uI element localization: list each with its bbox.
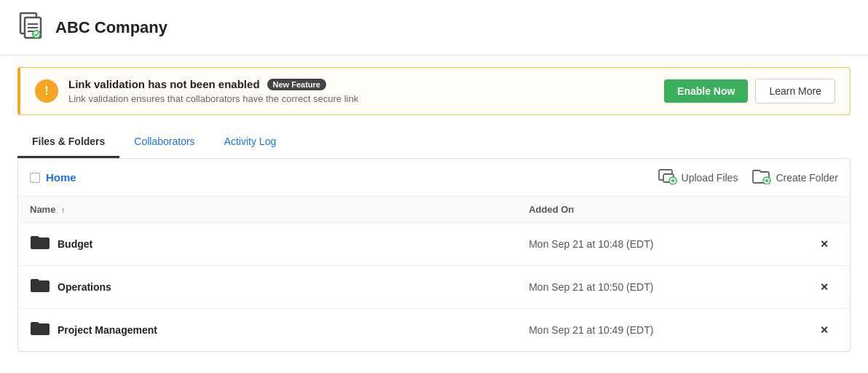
tabs-bar: Files & Folders Collaborators Activity L… [17,127,851,159]
table-row: Project Management Mon Sep 21 at 10:49 (… [18,309,850,352]
folder-icon [30,276,50,298]
company-name: ABC Company [55,18,167,37]
file-name-label: Project Management [58,324,157,336]
validation-banner: ! Link validation has not been enabled N… [17,67,851,115]
folder-icon [30,233,50,255]
added-on-value: Mon Sep 21 at 10:49 (EDT) [517,309,808,352]
create-folder-label: Create Folder [776,172,838,184]
banner-actions: Enable Now Learn More [664,79,835,103]
table-header-row: Name ↑ Added On [18,197,850,223]
file-name-label: Budget [58,238,92,250]
learn-more-button[interactable]: Learn More [755,79,835,103]
tab-collaborators[interactable]: Collaborators [119,127,209,158]
delete-cell: ✕ [808,223,850,266]
new-feature-badge: New Feature [267,79,326,90]
file-name-cell: Project Management [18,309,517,352]
banner-content: Link validation has not been enabled New… [68,78,664,104]
breadcrumb-actions: Upload Files Create Folder [658,168,838,187]
file-table: Name ↑ Added On Budget [18,197,850,351]
upload-files-button[interactable]: Upload Files [658,168,738,187]
delete-button[interactable]: ✕ [820,238,829,250]
banner-title-row: Link validation has not been enabled New… [68,78,664,90]
added-on-value: Mon Sep 21 at 10:50 (EDT) [517,266,808,309]
create-folder-button[interactable]: Create Folder [752,168,838,186]
added-on-value: Mon Sep 21 at 10:48 (EDT) [517,223,808,266]
enable-now-button[interactable]: Enable Now [664,79,748,103]
tab-activity-log[interactable]: Activity Log [210,127,291,158]
app-logo-icon [17,12,47,43]
breadcrumb-bar: Home Upload Files [18,159,850,197]
breadcrumb-left: Home [30,171,76,184]
delete-button[interactable]: ✕ [820,281,829,293]
delete-button[interactable]: ✕ [820,324,829,336]
delete-cell: ✕ [808,309,850,352]
warning-icon: ! [35,79,58,103]
upload-icon [658,168,677,187]
upload-files-label: Upload Files [682,172,738,184]
create-folder-icon [752,168,771,186]
select-all-checkbox[interactable] [30,173,40,183]
app-header: ABC Company [0,0,868,55]
name-column-header[interactable]: Name ↑ [18,197,517,223]
folder-icon [30,319,50,341]
sort-arrow-icon: ↑ [61,205,66,214]
svg-point-5 [33,31,40,38]
delete-cell: ✕ [808,266,850,309]
action-column-header [808,197,850,223]
table-row: Budget Mon Sep 21 at 10:48 (EDT) ✕ [18,223,850,266]
file-name-label: Operations [58,281,111,293]
banner-subtitle: Link validation ensures that collaborato… [68,93,664,104]
file-name-cell: Budget [18,223,517,266]
banner-title: Link validation has not been enabled [68,78,260,90]
added-on-column-header[interactable]: Added On [517,197,808,223]
file-name-cell: Operations [18,266,517,309]
tab-files-folders[interactable]: Files & Folders [17,127,119,158]
home-breadcrumb[interactable]: Home [46,171,76,184]
file-explorer: Home Upload Files [17,159,851,352]
table-row: Operations Mon Sep 21 at 10:50 (EDT) ✕ [18,266,850,309]
